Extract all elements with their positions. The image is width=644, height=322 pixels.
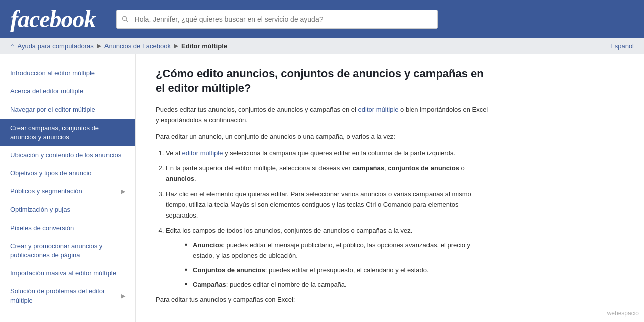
sidebar-item-ubicacion[interactable]: Ubicación y contenido de los anuncios: [0, 146, 135, 164]
intro-paragraph: Puedes editar tus anuncios, conjuntos de…: [156, 104, 492, 126]
editor-multiple-link-1[interactable]: editor múltiple: [358, 105, 399, 113]
chevron-right-icon: ▶: [121, 188, 125, 195]
breadcrumb-home[interactable]: Ayuda para computadoras: [17, 42, 93, 50]
step2-end: .: [194, 175, 196, 182]
sidebar-item-intro[interactable]: Introducción al editor múltiple: [0, 64, 135, 82]
sidebar-item-optimizacion[interactable]: Optimización y pujas: [0, 201, 135, 219]
sidebar-item-pixeles[interactable]: Píxeles de conversión: [0, 219, 135, 237]
breadcrumb-current: Editor múltiple: [181, 42, 227, 50]
facebook-logo[interactable]: facebook: [10, 6, 96, 32]
step2-bold3: anuncios: [166, 175, 194, 182]
page-title: ¿Cómo edito anuncios, conjuntos de anunc…: [156, 67, 492, 95]
language-selector[interactable]: Español: [610, 42, 634, 50]
breadcrumb-separator-1: ▶: [97, 42, 101, 49]
sidebar-item-solucion-label: Solución de problemas del editor múltipl…: [10, 287, 121, 305]
intro-para2: Para editar un anuncio, un conjunto de a…: [156, 132, 492, 142]
bullet-campanas-text: : puedes editar el nombre de la campaña.: [226, 281, 347, 288]
step1-text-before: Ve al: [166, 149, 182, 157]
sidebar-item-navegar[interactable]: Navegar por el editor múltiple: [0, 100, 135, 119]
step2-before: En la parte superior del editor múltiple…: [166, 164, 352, 172]
bullet-anuncios: Anuncios: puedes editar el mensaje publi…: [186, 240, 492, 261]
sidebar-item-crear-prom[interactable]: Crear y promocionar anuncios y publicaci…: [0, 237, 135, 264]
sidebar-item-solucion[interactable]: Solución de problemas del editor múltipl…: [0, 282, 135, 309]
bullet-campanas: Campañas: puedes editar el nombre de la …: [186, 280, 492, 290]
excel-paragraph: Para editar tus anuncios y campañas con …: [156, 295, 492, 305]
bullet-conjuntos: Conjuntos de anuncios: puedes editar el …: [186, 265, 492, 276]
chevron-right-icon-2: ▶: [121, 292, 125, 300]
sidebar-item-objetivos[interactable]: Objetivos y tipos de anuncio: [0, 164, 135, 182]
step4-text: Edita los campos de todos los anuncios, …: [166, 227, 412, 234]
bullet-campanas-label: Campañas: [193, 281, 226, 288]
step2-after: o: [459, 164, 465, 172]
breadcrumb-separator-2: ▶: [174, 42, 178, 49]
step-3: Haz clic en el elemento que quieras edit…: [166, 189, 492, 221]
home-icon: ⌂: [10, 42, 14, 50]
sidebar-item-publicos-label: Públicos y segmentación: [10, 187, 82, 196]
logo-area: facebook: [10, 5, 96, 33]
breadcrumb: ⌂ Ayuda para computadoras ▶ Anuncios de …: [0, 38, 644, 54]
sidebar-item-acerca[interactable]: Acerca del editor múltiple: [0, 82, 135, 100]
sidebar-item-publicos[interactable]: Públicos y segmentación ▶: [0, 182, 135, 200]
step-1: Ve al editor múltiple y selecciona la ca…: [166, 148, 492, 159]
bullet-anuncios-text: : puedes editar el mensaje publicitario,…: [193, 241, 470, 259]
step2-bold1: campañas: [352, 164, 384, 172]
breadcrumb-section[interactable]: Anuncios de Facebook: [104, 42, 171, 50]
sidebar-item-importacion[interactable]: Importación masiva al editor múltiple: [0, 264, 135, 282]
sidebar: Introducción al editor múltiple Acerca d…: [0, 54, 136, 322]
bullet-conjuntos-label: Conjuntos de anuncios: [193, 266, 265, 274]
editor-multiple-link-2[interactable]: editor múltiple: [182, 149, 223, 157]
step-2: En la parte superior del editor múltiple…: [166, 163, 492, 184]
steps-list: Ve al editor múltiple y selecciona la ca…: [166, 148, 492, 290]
search-area: [116, 10, 438, 29]
header: facebook: [0, 0, 644, 38]
step1-text-after: y selecciona la campaña que quieres edit…: [223, 149, 455, 157]
para1-text: Puedes editar tus anuncios, conjuntos de…: [156, 105, 358, 113]
step2-bold2: conjuntos de anuncios: [388, 164, 459, 172]
bullet-anuncios-label: Anuncios: [193, 241, 223, 249]
watermark: webespacio: [607, 310, 639, 317]
step-4: Edita los campos de todos los anuncios, …: [166, 226, 492, 290]
sidebar-item-crear[interactable]: Crear campañas, conjuntos de anuncios y …: [0, 119, 135, 146]
search-input[interactable]: [116, 10, 438, 29]
main-layout: Introducción al editor múltiple Acerca d…: [0, 54, 644, 322]
content-area: ¿Cómo edito anuncios, conjuntos de anunc…: [136, 54, 512, 322]
bullet-list: Anuncios: puedes editar el mensaje publi…: [186, 240, 492, 290]
bullet-conjuntos-text: : puedes editar el presupuesto, el calen…: [265, 266, 429, 274]
